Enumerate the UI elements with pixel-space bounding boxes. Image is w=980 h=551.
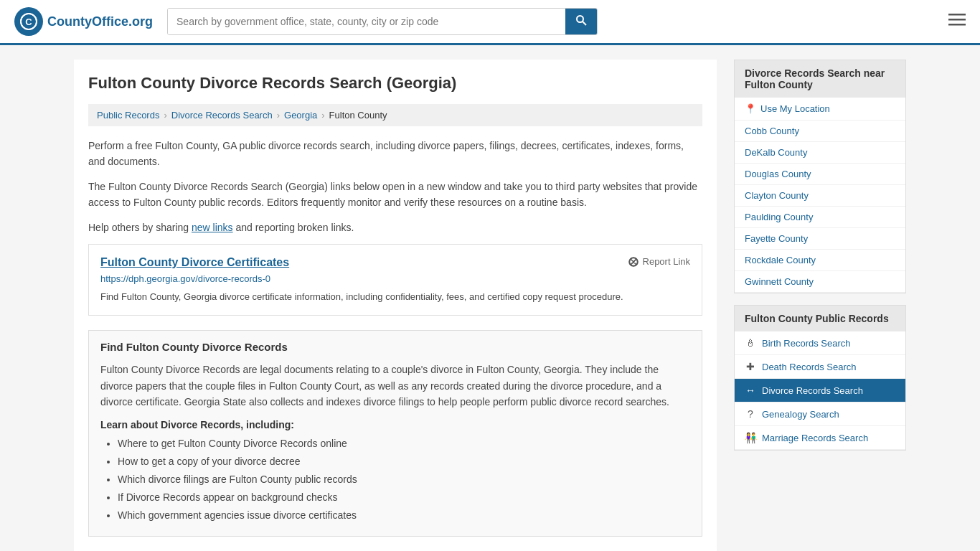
sidebar-item-birth-records[interactable]: 🕯 Birth Records Search <box>735 331 905 355</box>
bullet-4: If Divorce Records appear on background … <box>118 490 690 505</box>
site-logo[interactable]: C CountyOffice.org <box>14 7 153 36</box>
sidebar-item-death-records[interactable]: ✚ Death Records Search <box>735 355 905 379</box>
intro-paragraph-3: Help others by sharing new links and rep… <box>88 220 702 235</box>
county-link-douglas[interactable]: Douglas County <box>735 164 905 185</box>
logo-text: CountyOffice.org <box>47 14 153 29</box>
search-input[interactable] <box>168 9 565 34</box>
birth-icon: 🕯 <box>745 337 756 349</box>
county-link-paulding[interactable]: Paulding County <box>735 207 905 228</box>
sidebar-item-genealogy[interactable]: ? Genealogy Search <box>735 402 905 426</box>
site-header: C CountyOffice.org <box>0 0 980 45</box>
learn-bullets: Where to get Fulton County Divorce Recor… <box>100 436 690 523</box>
svg-rect-5 <box>948 14 966 16</box>
bullet-1: Where to get Fulton County Divorce Recor… <box>118 436 690 451</box>
death-icon: ✚ <box>745 361 756 372</box>
nearby-counties-list: Cobb County DeKalb County Douglas County… <box>735 121 905 293</box>
bullet-2: How to get a copy of your divorce decree <box>118 454 690 469</box>
breadcrumb-georgia[interactable]: Georgia <box>284 110 317 121</box>
genealogy-icon: ? <box>745 408 756 420</box>
svg-point-3 <box>577 16 583 22</box>
find-records-title: Find Fulton County Divorce Records <box>100 341 690 353</box>
sidebar-item-marriage-records[interactable]: 👫 Marriage Records Search <box>735 426 905 450</box>
breadcrumb-sep-1: › <box>164 110 166 121</box>
search-button[interactable] <box>565 9 597 34</box>
link-card-header: Fulton County Divorce Certificates Repor… <box>100 256 690 269</box>
use-location-button[interactable]: 📍 Use My Location <box>735 98 905 121</box>
search-bar[interactable] <box>167 8 598 35</box>
breadcrumb-public-records[interactable]: Public Records <box>97 110 159 121</box>
logo-icon: C <box>14 7 43 36</box>
find-records-section: Find Fulton County Divorce Records Fulto… <box>88 330 702 536</box>
bullet-3: Which divorce filings are Fulton County … <box>118 472 690 487</box>
page-container: Fulton County Divorce Records Search (Ge… <box>60 45 920 551</box>
nearby-section: Divorce Records Search near Fulton Count… <box>734 60 906 293</box>
nearby-header: Divorce Records Search near Fulton Count… <box>735 60 905 98</box>
learn-title: Learn about Divorce Records, including: <box>100 419 690 430</box>
county-link-dekalb[interactable]: DeKalb County <box>735 142 905 164</box>
county-link-gwinnett[interactable]: Gwinnett County <box>735 271 905 293</box>
public-records-section: Fulton County Public Records 🕯 Birth Rec… <box>734 305 906 451</box>
marriage-icon: 👫 <box>745 432 756 443</box>
breadcrumb-sep-3: › <box>321 110 324 121</box>
sidebar: Divorce Records Search near Fulton Count… <box>734 60 906 551</box>
new-links-link[interactable]: new links <box>192 222 233 233</box>
public-records-header: Fulton County Public Records <box>735 306 905 331</box>
link-card-url[interactable]: https://dph.georgia.gov/divorce-records-… <box>100 273 690 284</box>
main-content: Fulton County Divorce Records Search (Ge… <box>74 60 717 551</box>
sidebar-item-divorce-records[interactable]: ↔ Divorce Records Search <box>735 379 905 402</box>
divorce-certificates-card: Fulton County Divorce Certificates Repor… <box>88 244 702 316</box>
county-link-clayton[interactable]: Clayton County <box>735 185 905 207</box>
intro-paragraph-2: The Fulton County Divorce Records Search… <box>88 179 702 211</box>
breadcrumb-sep-2: › <box>277 110 280 121</box>
svg-rect-7 <box>948 24 966 26</box>
link-card-desc: Find Fulton County, Georgia divorce cert… <box>100 290 690 304</box>
find-records-body: Fulton County Divorce Records are legal … <box>100 362 690 410</box>
svg-text:C: C <box>25 17 32 27</box>
county-link-rockdale[interactable]: Rockdale County <box>735 250 905 271</box>
county-link-fayette[interactable]: Fayette County <box>735 228 905 250</box>
breadcrumb-divorce-records[interactable]: Divorce Records Search <box>171 110 273 121</box>
svg-line-4 <box>583 22 586 25</box>
report-icon <box>628 256 639 268</box>
menu-icon[interactable] <box>948 12 966 31</box>
county-link-cobb[interactable]: Cobb County <box>735 121 905 142</box>
breadcrumb: Public Records › Divorce Records Search … <box>88 104 702 126</box>
location-pin-icon: 📍 <box>745 103 756 114</box>
divorce-icon: ↔ <box>745 385 756 396</box>
report-link-button[interactable]: Report Link <box>628 256 690 268</box>
link-card-title[interactable]: Fulton County Divorce Certificates <box>100 256 289 269</box>
breadcrumb-current: Fulton County <box>329 110 387 121</box>
svg-rect-6 <box>948 19 966 21</box>
page-title: Fulton County Divorce Records Search (Ge… <box>88 74 702 93</box>
bullet-5: Which government agencies issue divorce … <box>118 508 690 523</box>
intro-paragraph-1: Perform a free Fulton County, GA public … <box>88 138 702 170</box>
